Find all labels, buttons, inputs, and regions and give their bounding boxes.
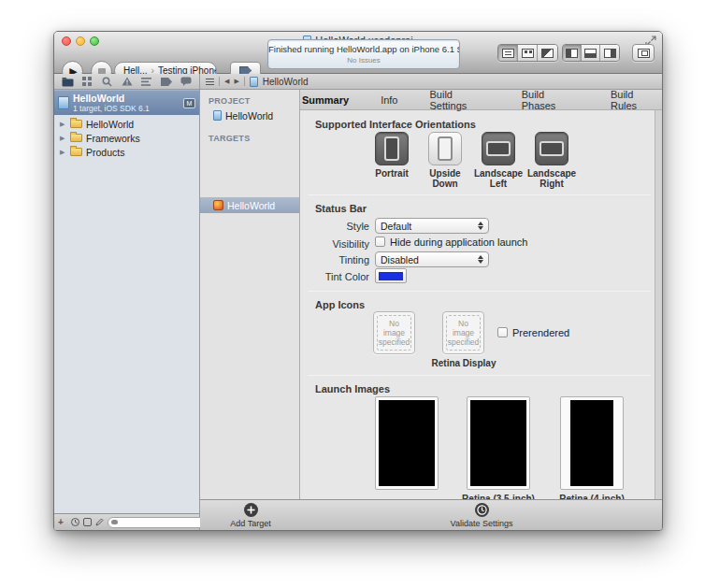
recent-files-filter-icon[interactable]: [71, 518, 79, 526]
tab-info[interactable]: Info: [379, 93, 399, 107]
editor-mode-segmented-control: [497, 44, 558, 62]
tab-build-rules[interactable]: Build Rules: [609, 90, 662, 112]
log-navigator-icon[interactable]: [180, 76, 193, 87]
section-divider: [308, 291, 651, 292]
vertical-scrollbar[interactable]: [655, 110, 662, 499]
style-value: Default: [381, 221, 411, 232]
back-icon[interactable]: ◀: [224, 78, 229, 85]
toggle-debug-area-button[interactable]: [582, 45, 600, 61]
related-items-icon[interactable]: [206, 79, 214, 85]
assistant-editor-icon: [522, 49, 534, 58]
style-label: Style: [300, 221, 369, 232]
retina-display-caption: Retina Display: [423, 358, 505, 368]
orientation-label: Landscape Left: [472, 168, 525, 189]
scm-status-filter-icon[interactable]: [83, 518, 92, 526]
orientation-landscape-right-button[interactable]: [535, 132, 568, 165]
symbol-navigator-icon[interactable]: [81, 76, 94, 87]
tree-row-frameworks[interactable]: ▶ Frameworks: [54, 131, 199, 145]
organizer-icon: [638, 49, 650, 58]
jumpbar-document-name[interactable]: HelloWorld: [263, 77, 309, 87]
jump-bar: ◀ ▶ HelloWorld: [200, 74, 662, 90]
tab-build-settings[interactable]: Build Settings: [428, 90, 492, 112]
launch-image-well[interactable]: [375, 396, 439, 490]
hide-during-launch-checkbox[interactable]: [375, 237, 385, 247]
issue-navigator-icon[interactable]: [121, 76, 134, 87]
disclosure-triangle-icon[interactable]: ▶: [60, 135, 68, 142]
tinting-label: Tinting: [300, 254, 369, 265]
project-name: HelloWorld: [73, 93, 183, 104]
prerendered-checkbox[interactable]: [497, 327, 508, 337]
project-navigator-icon[interactable]: [62, 76, 75, 87]
view-segmented-control: [562, 44, 620, 62]
desktop: HelloWorld.xcodeproj ▶ Run Stop Hell... …: [0, 0, 705, 588]
target-item[interactable]: HelloWorld: [200, 197, 299, 213]
organizer-button[interactable]: [632, 44, 655, 62]
disclosure-triangle-icon[interactable]: ▶: [60, 149, 68, 156]
validate-settings-button[interactable]: Validate Settings: [439, 503, 525, 528]
project-detail: 1 target, iOS SDK 6.1: [73, 104, 183, 113]
prerendered-label: Prerendered: [512, 327, 569, 338]
orientation-label: Landscape Right: [525, 168, 578, 189]
launch-image: [379, 400, 435, 486]
toggle-navigator-button[interactable]: [563, 45, 582, 61]
project-settings-badge[interactable]: M: [183, 98, 195, 108]
tree-item-label: HelloWorld: [86, 119, 134, 130]
project-item[interactable]: HelloWorld: [200, 108, 299, 122]
tree-row-helloworld[interactable]: ▶ HelloWorld: [54, 117, 199, 131]
tinting-dropdown[interactable]: Disabled: [375, 251, 489, 267]
debug-navigator-icon[interactable]: [140, 76, 153, 87]
project-row[interactable]: HelloWorld 1 target, iOS SDK 6.1 M: [54, 90, 199, 115]
launch-image-retina4-well[interactable]: [560, 396, 624, 490]
project-item-label: HelloWorld: [225, 110, 273, 122]
disclosure-triangle-icon[interactable]: ▶: [60, 121, 68, 128]
launch-image: [570, 400, 613, 486]
stepper-arrows-icon: [478, 255, 483, 264]
tab-summary[interactable]: Summary: [300, 93, 351, 107]
retina-app-icon-well[interactable]: No image specified: [442, 311, 484, 354]
tab-build-phases[interactable]: Build Phases: [520, 90, 581, 112]
app-icon-well[interactable]: No image specified: [373, 311, 415, 354]
style-dropdown[interactable]: Default: [375, 218, 489, 234]
navigator-panel-icon: [566, 49, 578, 58]
version-editor-button[interactable]: [538, 45, 557, 61]
tree-item-label: Frameworks: [86, 133, 140, 144]
add-icon: [244, 503, 258, 517]
launch-image-retina35-well[interactable]: [467, 396, 530, 490]
section-divider: [308, 375, 651, 376]
standard-editor-button[interactable]: [498, 45, 518, 61]
tree-row-products[interactable]: ▶ Products: [54, 145, 199, 159]
add-target-label: Add Target: [213, 519, 288, 528]
utilities-panel-icon: [604, 49, 616, 58]
add-file-button[interactable]: +: [58, 518, 64, 527]
tint-color-swatch: [379, 272, 403, 280]
toggle-utilities-button[interactable]: [600, 45, 619, 61]
search-navigator-icon[interactable]: [101, 76, 114, 87]
tree-item-label: Products: [86, 147, 124, 158]
tint-color-well[interactable]: [375, 268, 407, 283]
forward-icon[interactable]: ▶: [234, 78, 238, 85]
folder-icon: [70, 120, 82, 128]
status-message: Finished running HelloWorld.app on iPhon…: [268, 44, 459, 54]
orientation-label: Upside Down: [419, 168, 471, 189]
landscape-left-phone-icon: [486, 141, 511, 156]
target-item-label: HelloWorld: [227, 200, 275, 211]
add-target-button[interactable]: Add Target: [213, 503, 288, 528]
app-icon-placeholder: No image specified: [377, 315, 411, 351]
tint-color-label: Tint Color: [300, 271, 369, 282]
orientation-upside-down-button[interactable]: [428, 132, 462, 165]
navigator-filter-bar: +: [54, 513, 199, 530]
orientation-portrait-button[interactable]: [375, 132, 409, 165]
visibility-label: Visibility: [300, 238, 369, 250]
divider: [244, 77, 245, 86]
filter-icon: [111, 520, 118, 524]
breakpoint-navigator-icon[interactable]: [160, 76, 173, 87]
targets-group-header: TARGETS: [200, 134, 299, 143]
orientations-section-title: Supported Interface Orientations: [315, 119, 476, 130]
orientation-landscape-left-button[interactable]: [482, 132, 515, 165]
debug-panel-icon: [584, 49, 597, 58]
assistant-editor-button[interactable]: [518, 45, 538, 61]
unsaved-files-filter-icon[interactable]: [95, 518, 104, 526]
app-icons-section-title: App Icons: [315, 299, 365, 310]
navigator-panel: HelloWorld 1 target, iOS SDK 6.1 M ▶ Hel…: [54, 74, 200, 530]
stepper-arrows-icon: [478, 222, 483, 230]
